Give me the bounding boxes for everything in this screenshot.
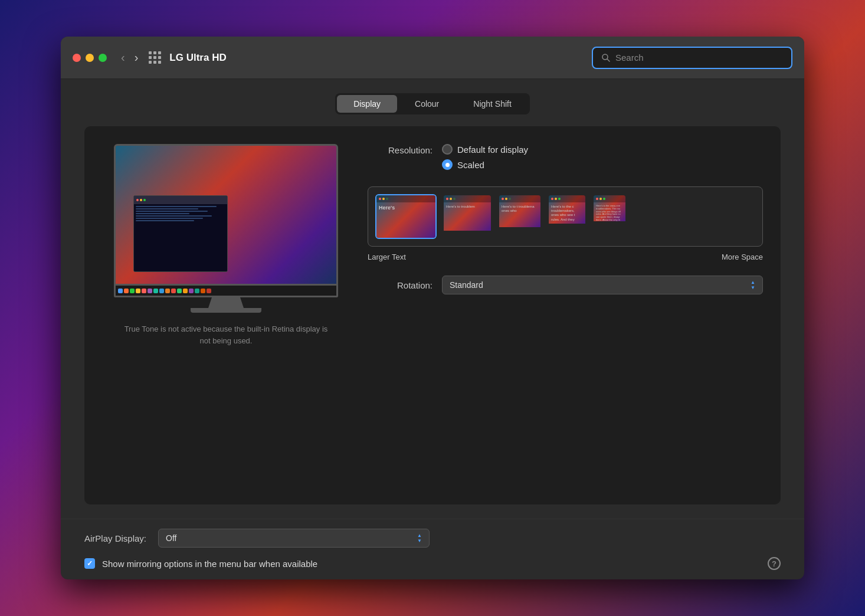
scale-preview-4: Here's to the c troublemakers, ones who … [549, 195, 585, 224]
minimize-button[interactable] [86, 54, 94, 62]
scale-item-1[interactable]: Here's [375, 194, 437, 239]
back-button[interactable]: ‹ [119, 50, 127, 65]
inner-line [136, 208, 198, 209]
scale-text-1: Here's [376, 202, 435, 238]
scale-dot-4-min [555, 198, 557, 200]
scale-dot-3-close [502, 198, 504, 200]
search-box[interactable]: Search [592, 47, 792, 69]
scale-text-2: Here's to troublem [444, 202, 491, 231]
scale-top-4 [549, 195, 585, 202]
rotation-label: Rotation: [368, 280, 432, 290]
inner-line [136, 215, 212, 217]
scale-text-5: Here's to the crazy one troublemakers. T… [594, 202, 625, 221]
content-area: Display Colour Night Shift [61, 79, 804, 519]
scale-preview-1: Here's [376, 195, 435, 238]
scale-dot-5-close [596, 198, 598, 200]
airplay-select[interactable]: Off ▲ ▼ [158, 529, 430, 548]
scaled-options: Here's Here's to trouble [368, 186, 763, 247]
scale-item-2[interactable]: Here's to troublem [443, 194, 492, 239]
inner-titlebar [134, 196, 227, 204]
scale-dot-max [386, 198, 388, 200]
scale-dot-4-max [558, 198, 561, 200]
inner-dot-max [143, 199, 146, 201]
taskbar-strip [114, 286, 338, 297]
tab-colour[interactable]: Colour [398, 95, 456, 113]
scale-preview-3: Here's to t troublema ones who [499, 195, 540, 227]
airplay-up-arrow-icon: ▲ [417, 533, 422, 538]
scale-dot-2-close [446, 198, 448, 200]
tab-night-shift[interactable]: Night Shift [457, 95, 528, 113]
scale-dot-2-min [450, 198, 452, 200]
taskbar-icon [183, 289, 188, 293]
taskbar-icon [159, 289, 164, 293]
maximize-button[interactable] [99, 54, 107, 62]
down-arrow-icon: ▼ [751, 286, 755, 290]
nav-buttons: ‹ › [119, 50, 140, 65]
radio-scaled-label: Scaled [457, 160, 484, 170]
airplay-bar: AirPlay Display: Off ▲ ▼ [61, 519, 804, 557]
resolution-default-option[interactable]: Default for display [442, 144, 528, 155]
bottom-section: AirPlay Display: Off ▲ ▼ ✓ Show mirrorin… [61, 519, 804, 579]
scale-text-3: Here's to t troublema ones who [499, 202, 540, 227]
inner-line [136, 206, 217, 207]
airplay-label: AirPlay Display: [84, 533, 146, 543]
taskbar-icon [148, 289, 152, 293]
taskbar-icon [118, 289, 123, 293]
inner-dot-min [140, 199, 142, 201]
resolution-label: Resolution: [368, 144, 432, 155]
scale-dot-2-max [453, 198, 456, 200]
scale-preview-5: Here's to the crazy one troublemakers. T… [594, 195, 625, 221]
scale-top-1 [376, 195, 435, 202]
true-tone-note: True Tone is not active because the buil… [120, 323, 332, 346]
tab-display[interactable]: Display [337, 95, 397, 113]
scale-dot-5-min [599, 198, 602, 200]
search-placeholder: Search [615, 53, 644, 63]
close-button[interactable] [73, 54, 81, 62]
airplay-arrows-icon: ▲ ▼ [417, 533, 422, 543]
forward-button[interactable]: › [132, 50, 141, 65]
taskbar-icon [177, 289, 182, 293]
monitor-inner-window [133, 195, 228, 272]
select-arrows-icon: ▲ ▼ [751, 280, 755, 290]
radio-default[interactable] [442, 144, 453, 155]
help-button[interactable]: ? [768, 557, 781, 570]
monitor-stand [208, 297, 244, 308]
mirror-row: ✓ Show mirroring options in the menu bar… [61, 557, 804, 579]
scale-top-2 [444, 195, 491, 202]
grid-view-button[interactable] [149, 51, 161, 64]
monitor-screen [114, 144, 338, 286]
taskbar-icon [136, 289, 140, 293]
mirror-label: Show mirroring options in the menu bar w… [102, 559, 761, 569]
rotation-value: Standard [450, 280, 483, 290]
monitor-base [191, 308, 261, 313]
scale-options-wrapper: Here's Here's to trouble [368, 184, 763, 261]
scale-text-4: Here's to the c troublemakers, ones who … [549, 202, 585, 224]
scale-dot-3-min [505, 198, 507, 200]
more-space-label: More Space [722, 253, 763, 261]
inner-line [136, 211, 208, 212]
taskbar-icon [130, 289, 135, 293]
scale-labels-row: Larger Text More Space [368, 253, 763, 261]
scale-dot-close [379, 198, 381, 200]
mirror-checkbox[interactable]: ✓ [84, 558, 95, 569]
right-panel: Resolution: Default for display Scaled [350, 144, 763, 487]
resolution-scaled-option[interactable]: Scaled [442, 159, 528, 170]
scale-item-3[interactable]: Here's to t troublema ones who [498, 194, 542, 239]
airplay-value: Off [166, 533, 176, 543]
radio-default-label: Default for display [457, 145, 528, 155]
scale-dot-3-max [509, 198, 511, 200]
scale-item-5[interactable]: Here's to the crazy one troublemakers. T… [592, 194, 627, 239]
taskbar-icon [195, 289, 199, 293]
inner-line [136, 218, 203, 219]
radio-scaled[interactable] [442, 159, 453, 170]
rotation-select[interactable]: Standard ▲ ▼ [442, 276, 763, 294]
traffic-lights [73, 54, 107, 62]
system-preferences-window: ‹ › LG Ultra HD Search Display Colour Ni… [61, 37, 804, 579]
tabs-row: Display Colour Night Shift [84, 93, 781, 114]
scale-item-4[interactable]: Here's to the c troublemakers, ones who … [548, 194, 587, 239]
svg-line-1 [607, 59, 610, 61]
taskbar-icon [124, 289, 129, 293]
scale-preview-2: Here's to troublem [444, 195, 491, 231]
tabs-container: Display Colour Night Shift [335, 93, 530, 114]
checkmark-icon: ✓ [87, 559, 93, 568]
